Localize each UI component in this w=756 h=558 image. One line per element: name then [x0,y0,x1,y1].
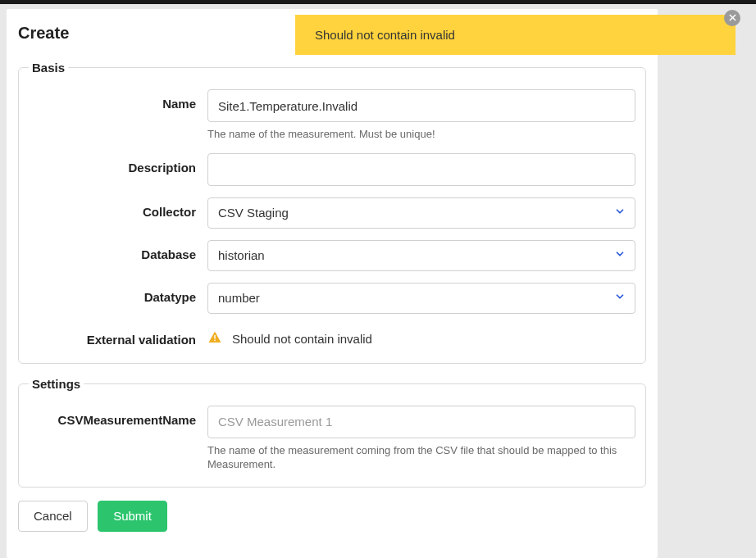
database-label: Database [29,240,207,261]
toast-message: Should not contain invalid [315,28,455,42]
csv-measurement-name-label: CSVMeasurementName [29,406,207,427]
basis-legend: Basis [29,61,68,75]
external-validation-label: External validation [29,325,207,347]
external-validation-message: Should not contain invalid [232,332,372,346]
name-label: Name [29,89,207,111]
datatype-row: Datatype number [29,283,635,314]
datatype-select[interactable]: number [207,283,635,314]
basis-fieldset: Basis Name The name of the measurement. … [18,61,646,364]
csv-measurement-name-help: The name of the measurement coming from … [207,443,635,472]
svg-rect-1 [214,339,216,341]
page-background: Create Basis Name The name of the measur… [0,4,756,558]
svg-rect-0 [214,335,216,339]
database-select[interactable]: historian [207,240,635,271]
submit-button[interactable]: Submit [98,501,167,532]
warning-icon [207,330,222,348]
settings-fieldset: Settings CSVMeasurementName The name of … [18,377,646,488]
toast-warning: Should not contain invalid [295,15,736,55]
create-panel: Create Basis Name The name of the measur… [7,9,658,558]
description-row: Description [29,153,635,186]
collector-label: Collector [29,197,207,219]
collector-select[interactable]: CSV Staging [207,197,635,229]
close-icon [729,14,736,23]
datatype-label: Datatype [29,283,207,304]
name-row: Name The name of the measurement. Must b… [29,89,635,142]
csv-measurement-name-input[interactable] [207,406,635,438]
database-row: Database historian [29,240,635,271]
toast-close-button[interactable] [724,10,740,26]
external-validation-row: External validation Should not contain i… [29,325,635,348]
cancel-button[interactable]: Cancel [18,501,88,532]
description-input[interactable] [207,153,635,186]
csv-measurement-name-row: CSVMeasurementName The name of the measu… [29,406,635,472]
description-label: Description [29,153,207,175]
collector-row: Collector CSV Staging [29,197,635,229]
action-buttons: Cancel Submit [18,501,646,532]
name-input[interactable] [207,89,635,122]
settings-legend: Settings [29,377,84,391]
name-help: The name of the measurement. Must be uni… [207,127,635,142]
